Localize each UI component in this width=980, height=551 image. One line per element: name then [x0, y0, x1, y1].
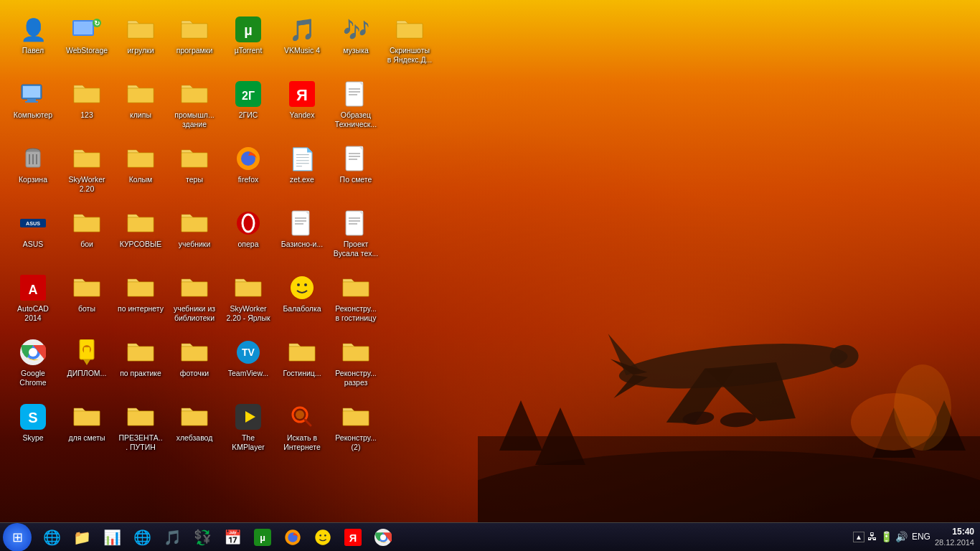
desktop-icon-iskatinternet[interactable]: Искать в Интернете — [276, 398, 328, 463]
desktop-icon-123[interactable]: 123 — [61, 75, 113, 140]
desktop: 👤Павел ↻ WebStorage игрулки програмки µ — [0, 0, 980, 522]
desktop-icon-diplom[interactable]: ДИПЛОМ... — [61, 334, 113, 398]
muzyka-label: музыка — [343, 46, 369, 55]
svg-point-114 — [380, 534, 386, 540]
svg-text:2Г: 2Г — [242, 90, 255, 102]
tray-expand[interactable]: ▲ — [853, 532, 864, 542]
kompyuter-label: Компьютер — [14, 110, 52, 120]
desktop-icon-vkmusic[interactable]: 🎵VKMusic 4 — [276, 11, 328, 75]
desktop-icon-klipy[interactable]: клипы — [115, 75, 166, 140]
desktop-icon-uchbiblio[interactable]: учебники из библиотеки — [169, 269, 220, 334]
taskbar-icon-yandex-tb[interactable]: Я — [339, 524, 367, 551]
desktop-icon-boty[interactable]: боты — [61, 269, 113, 334]
desktop-icon-kmplayer[interactable]: The KMPlayer — [222, 398, 274, 463]
desktop-icon-pavel[interactable]: 👤Павел — [7, 11, 59, 75]
desktop-icon-rekonstrazrez[interactable]: Реконстру... разрез — [330, 334, 382, 398]
desktop-icon-tery[interactable]: теры — [169, 140, 220, 204]
taskbar-icon-music[interactable]: 🎵 — [158, 524, 187, 551]
taskbar-clock[interactable]: 15:40 28.12.2014 — [935, 527, 974, 548]
tray-volume[interactable]: 🔊 — [895, 531, 908, 542]
desktop-icon-skrinshoty[interactable]: Скриншоты в Яндекс.Д... — [384, 11, 435, 75]
iskatinternet-label: Искать в Интернете — [279, 433, 325, 451]
desktop-icon-firefox[interactable]: firefox — [222, 140, 274, 204]
taskbar-icon-chart[interactable]: 📊 — [98, 524, 126, 551]
desktop-icon-balabalka[interactable]: Балаболка — [276, 269, 328, 334]
desktop-icon-prezenta-putin[interactable]: ПРЕЗЕНТА... ПУТИН — [115, 398, 166, 463]
desktop-icon-muzyka[interactable]: 🎶музыка — [330, 11, 382, 75]
taskbar-icon-globe[interactable]: 🌐 — [37, 524, 66, 551]
svg-rect-25 — [397, 24, 423, 38]
desktop-icon-asus[interactable]: ASUS ASUS — [7, 204, 59, 269]
desktop-icon-skyworker-yarlyk[interactable]: SkyWorker 2.20 - Ярлык — [222, 269, 274, 334]
desktop-icon-rekonstrukciya-gostinica[interactable]: Реконстру... в гостиницу — [330, 269, 382, 334]
svg-rect-95 — [128, 411, 154, 425]
taskbar-icon-folder[interactable]: 📁 — [67, 524, 96, 551]
skyworker-yarlyk-label: SkyWorker 2.20 - Ярлык — [225, 304, 271, 322]
desktop-icon-yandex[interactable]: Я Yandex — [276, 75, 328, 140]
svg-text:µ: µ — [244, 22, 253, 38]
taskbar-lang[interactable]: ENG — [912, 532, 930, 542]
svg-rect-18 — [74, 22, 93, 34]
dliasmety-icon — [72, 402, 101, 431]
desktop-icon-dliasmety[interactable]: для сметы — [61, 398, 113, 463]
desktop-icon-autocad[interactable]: A AutoCAD 2014 — [7, 269, 59, 334]
desktop-icon-painternet[interactable]: по интернету — [115, 269, 166, 334]
desktop-icon-2gis[interactable]: 2Г 2ГИС — [222, 75, 274, 140]
desktop-icon-skype[interactable]: S Skype — [7, 398, 59, 463]
autocad-icon: A — [19, 273, 47, 302]
desktop-icon-google-chrome[interactable]: Google Chrome — [7, 334, 59, 398]
desktop-icon-korzina[interactable]: Корзина — [7, 140, 59, 204]
desktop-icon-kursovye[interactable]: КУРСОВЫЕ — [115, 204, 166, 269]
taskbar-icon-calendar[interactable]: 📅 — [218, 524, 247, 551]
promzd-label: промышл... здание — [171, 110, 217, 128]
svg-rect-37 — [346, 82, 363, 106]
desktop-icon-utorrent[interactable]: µ µTorrent — [222, 11, 274, 75]
desktop-icon-gostinica[interactable]: Гостиниц... — [276, 334, 328, 398]
desktop-icon-teamviewer[interactable]: TV TeamView... — [222, 334, 274, 398]
desktop-icon-igrulki[interactable]: игрулки — [115, 11, 166, 75]
desktop-icon-hlebzavod[interactable]: хлебзавод — [169, 398, 220, 463]
2gis-icon: 2Г — [234, 80, 263, 108]
windows-logo: ⊞ — [12, 529, 23, 545]
desktop-icon-posmete[interactable]: По смете — [330, 140, 382, 204]
balabalka-icon — [288, 273, 316, 302]
desktop-icon-boi[interactable]: бои — [61, 204, 113, 269]
desktop-icon-promzd[interactable]: промышл... здание — [169, 75, 220, 140]
google-chrome-icon — [19, 338, 47, 367]
popraktike-icon — [126, 338, 155, 367]
desktop-icon-proektvusala[interactable]: Проект Вусала тех... — [330, 204, 382, 269]
desktop-icon-opera[interactable]: опера — [222, 204, 274, 269]
desktop-icon-uchebniki[interactable]: учебники — [169, 204, 220, 269]
start-button[interactable]: ⊞ — [3, 523, 32, 552]
desktop-icon-obrazec[interactable]: Образец Техническ... — [330, 75, 382, 140]
tray-battery[interactable]: 🔋 — [880, 531, 892, 542]
promzd-icon — [180, 80, 209, 108]
kursovye-icon — [126, 209, 155, 237]
boty-icon — [72, 273, 101, 302]
desktop-icon-fotochki[interactable]: фоточки — [169, 334, 220, 398]
svg-rect-79 — [343, 282, 369, 296]
desktop-icon-kolym[interactable]: Колым — [115, 140, 166, 204]
tray-network[interactable]: 🖧 — [867, 531, 877, 542]
taskbar-icon-globe2[interactable]: 🌐 — [128, 524, 156, 551]
desktop-icon-webstorage[interactable]: ↻ WebStorage — [61, 11, 113, 75]
taskbar-icon-chrome-tb[interactable] — [369, 524, 397, 551]
desktop-icon-programki[interactable]: програмки — [169, 11, 220, 75]
taskbar-icon-firefox-tb[interactable] — [278, 524, 307, 551]
skrinshoty-label: Скриншоты в Яндекс.Д... — [387, 46, 433, 64]
svg-rect-62 — [292, 211, 309, 235]
taskbar-icon-smiley-tb[interactable] — [308, 524, 337, 551]
svg-line-101 — [305, 420, 311, 425]
desktop-icon-skyworker220[interactable]: SkyWorker 2.20 — [61, 140, 113, 204]
svg-rect-47 — [128, 153, 154, 167]
svg-rect-75 — [235, 282, 261, 296]
taskbar-icon-utorrent-tb[interactable]: µ — [248, 524, 277, 551]
taskbar-icon-money[interactable]: 💱 — [188, 524, 217, 551]
desktop-icon-zetexe[interactable]: 📄zet.exe — [276, 140, 328, 204]
desktop-icon-popraktike[interactable]: по практике — [115, 334, 166, 398]
desktop-icon-bazisno[interactable]: Базисно-и... — [276, 204, 328, 269]
google-chrome-label: Google Chrome — [10, 369, 56, 387]
desktop-icon-kompyuter[interactable]: Компьютер — [7, 75, 59, 140]
desktop-icon-rekonstru2[interactable]: Реконстру... (2) — [330, 398, 382, 463]
programki-label: програмки — [176, 46, 213, 55]
